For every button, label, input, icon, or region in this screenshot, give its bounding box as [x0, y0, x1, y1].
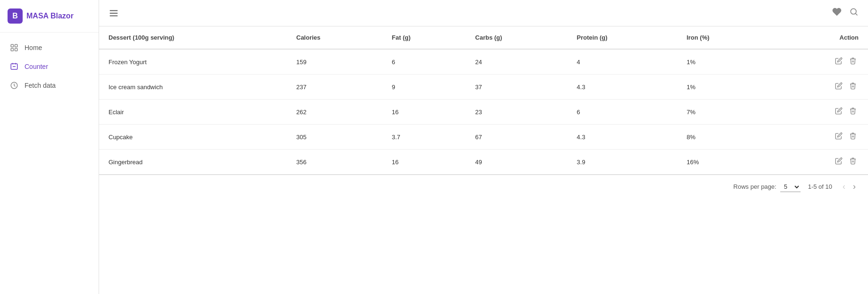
svg-point-12: [851, 8, 856, 14]
logo-text: MASA Blazor: [26, 12, 74, 20]
cell-carbs: 67: [466, 125, 567, 150]
next-page-button[interactable]: ›: [850, 181, 859, 193]
delete-button[interactable]: [847, 81, 859, 92]
col-action: Action: [769, 26, 868, 49]
cell-calories: 356: [287, 150, 383, 175]
cell-fat: 16: [383, 100, 466, 125]
edit-button[interactable]: [833, 56, 844, 67]
cell-action: [769, 100, 868, 125]
cell-dessert: Cupcake: [99, 125, 287, 150]
page-navigation: ‹ ›: [840, 181, 859, 193]
prev-page-button[interactable]: ‹: [840, 181, 848, 193]
content-area: Dessert (100g serving) Calories Fat (g) …: [99, 26, 868, 294]
search-icon[interactable]: [849, 7, 859, 19]
col-carbs: Carbs (g): [466, 26, 567, 49]
sidebar-item-home[interactable]: Home: [0, 38, 99, 57]
cell-protein: 4.3: [568, 125, 677, 150]
edit-button[interactable]: [833, 156, 844, 168]
table-row: Frozen Yogurt 159 6 24 4 1%: [99, 49, 868, 75]
table-row: Ice cream sandwich 237 9 37 4.3 1%: [99, 75, 868, 100]
sidebar-item-fetch-data[interactable]: Fetch data: [0, 76, 99, 95]
table-row: Eclair 262 16 23 6 7%: [99, 100, 868, 125]
cell-action: [769, 125, 868, 150]
cell-calories: 305: [287, 125, 383, 150]
cell-protein: 3.9: [568, 150, 677, 175]
cell-iron: 1%: [677, 75, 769, 100]
cell-protein: 4.3: [568, 75, 677, 100]
cell-dessert: Frozen Yogurt: [99, 49, 287, 75]
col-fat: Fat (g): [383, 26, 466, 49]
edit-button[interactable]: [833, 81, 844, 92]
col-iron: Iron (%): [677, 26, 769, 49]
cell-carbs: 49: [466, 150, 567, 175]
cell-fat: 16: [383, 150, 466, 175]
rows-per-page-control: Rows per page: 5 10 25: [734, 182, 801, 192]
delete-button[interactable]: [847, 56, 859, 67]
delete-button[interactable]: [847, 156, 859, 168]
sidebar-logo: B MASA Blazor: [0, 0, 99, 33]
cell-calories: 159: [287, 49, 383, 75]
home-icon: [9, 43, 19, 52]
cell-dessert: Ice cream sandwich: [99, 75, 287, 100]
cell-fat: 6: [383, 49, 466, 75]
fetch-icon: [9, 81, 19, 90]
table-row: Cupcake 305 3.7 67 4.3 8%: [99, 125, 868, 150]
col-protein: Protein (g): [568, 26, 677, 49]
pagination-bar: Rows per page: 5 10 25 1-5 of 10 ‹ ›: [99, 175, 868, 198]
topbar: [99, 0, 868, 26]
sidebar-navigation: Home Counter Fetch data: [0, 33, 99, 101]
edit-button[interactable]: [833, 106, 844, 118]
rows-per-page-select[interactable]: 5 10 25: [780, 182, 801, 192]
cell-iron: 7%: [677, 100, 769, 125]
sidebar-item-counter[interactable]: Counter: [0, 57, 99, 76]
delete-button[interactable]: [847, 131, 859, 143]
cell-carbs: 37: [466, 75, 567, 100]
cell-carbs: 24: [466, 49, 567, 75]
main-content: Dessert (100g serving) Calories Fat (g) …: [99, 0, 868, 294]
sidebar-item-home-label: Home: [25, 44, 42, 51]
cell-fat: 3.7: [383, 125, 466, 150]
cell-dessert: Eclair: [99, 100, 287, 125]
desserts-table: Dessert (100g serving) Calories Fat (g) …: [99, 26, 868, 175]
col-dessert: Dessert (100g serving): [99, 26, 287, 49]
cell-fat: 9: [383, 75, 466, 100]
page-info: 1-5 of 10: [808, 183, 832, 190]
topbar-actions: [832, 7, 859, 19]
cell-protein: 6: [568, 100, 677, 125]
cell-action: [769, 49, 868, 75]
svg-rect-1: [15, 44, 17, 47]
cell-iron: 8%: [677, 125, 769, 150]
sidebar-item-fetch-data-label: Fetch data: [25, 82, 56, 89]
rows-per-page-label: Rows per page:: [734, 183, 776, 190]
sidebar: B MASA Blazor Home Counter Fetch data: [0, 0, 99, 294]
cell-calories: 237: [287, 75, 383, 100]
svg-line-13: [856, 14, 858, 16]
heart-icon[interactable]: [832, 7, 842, 19]
col-calories: Calories: [287, 26, 383, 49]
cell-action: [769, 75, 868, 100]
svg-rect-2: [11, 49, 13, 51]
counter-icon: [9, 62, 19, 71]
delete-button[interactable]: [847, 106, 859, 118]
edit-button[interactable]: [833, 131, 844, 143]
svg-rect-0: [11, 44, 13, 47]
cell-carbs: 23: [466, 100, 567, 125]
logo-icon: B: [8, 8, 23, 24]
table-row: Gingerbread 356 16 49 3.9 16%: [99, 150, 868, 175]
cell-protein: 4: [568, 49, 677, 75]
cell-iron: 1%: [677, 49, 769, 75]
cell-action: [769, 150, 868, 175]
table-body: Frozen Yogurt 159 6 24 4 1% Ice cream sa…: [99, 49, 868, 175]
cell-calories: 262: [287, 100, 383, 125]
cell-iron: 16%: [677, 150, 769, 175]
svg-rect-3: [15, 49, 17, 51]
hamburger-button[interactable]: [108, 8, 119, 18]
table-header: Dessert (100g serving) Calories Fat (g) …: [99, 26, 868, 49]
cell-dessert: Gingerbread: [99, 150, 287, 175]
sidebar-item-counter-label: Counter: [25, 63, 48, 70]
